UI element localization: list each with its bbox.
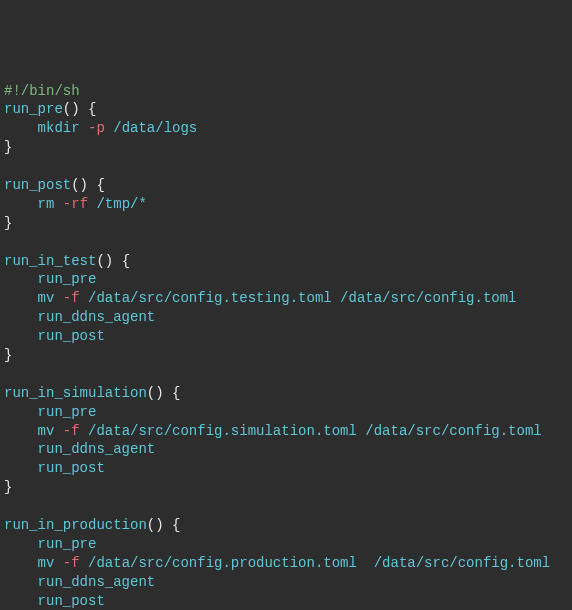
code-token: () { — [147, 517, 181, 533]
code-token — [4, 271, 38, 287]
code-token: -p — [88, 120, 105, 136]
code-token: } — [4, 479, 12, 495]
code-token: run_ddns_agent — [38, 309, 156, 325]
code-token: run_ddns_agent — [38, 574, 156, 590]
code-token: () { — [63, 101, 97, 117]
code-token: run_in_test — [4, 253, 96, 269]
code-token — [4, 555, 38, 571]
code-token: () { — [96, 253, 130, 269]
code-token — [4, 196, 38, 212]
code-token: -f — [63, 290, 80, 306]
code-token — [4, 574, 38, 590]
code-line[interactable] — [4, 497, 568, 516]
code-line[interactable]: run_post — [4, 327, 568, 346]
code-line[interactable]: run_ddns_agent — [4, 573, 568, 592]
code-line[interactable]: #!/bin/sh — [4, 82, 568, 101]
code-token: /data/src/config.simulation.toml /data/s… — [80, 423, 542, 439]
code-line[interactable]: } — [4, 346, 568, 365]
code-line[interactable]: run_ddns_agent — [4, 308, 568, 327]
code-token: } — [4, 139, 12, 155]
code-token — [4, 290, 38, 306]
code-line[interactable] — [4, 157, 568, 176]
code-token: -f — [63, 555, 80, 571]
code-line[interactable]: run_post — [4, 459, 568, 478]
code-token — [4, 404, 38, 420]
code-line[interactable]: run_post — [4, 592, 568, 610]
code-token: run_pre — [38, 404, 97, 420]
code-token: run_ddns_agent — [38, 441, 156, 457]
code-line[interactable]: run_in_production() { — [4, 516, 568, 535]
code-token: rm — [38, 196, 63, 212]
code-token: run_post — [38, 328, 105, 344]
code-line[interactable]: } — [4, 138, 568, 157]
code-token: () { — [147, 385, 181, 401]
code-line[interactable]: run_in_simulation() { — [4, 384, 568, 403]
code-token — [4, 309, 38, 325]
code-line[interactable]: run_pre() { — [4, 100, 568, 119]
code-token: run_post — [38, 460, 105, 476]
code-token: #!/bin/sh — [4, 83, 80, 99]
code-line[interactable]: mv -f /data/src/config.simulation.toml /… — [4, 422, 568, 441]
code-line[interactable]: run_ddns_agent — [4, 440, 568, 459]
code-token: /data/logs — [105, 120, 197, 136]
code-token: mv — [38, 555, 63, 571]
code-token: run_in_production — [4, 517, 147, 533]
code-token: run_in_simulation — [4, 385, 147, 401]
code-token: } — [4, 347, 12, 363]
code-line[interactable] — [4, 233, 568, 252]
code-editor[interactable]: #!/bin/shrun_pre() { mkdir -p /data/logs… — [4, 82, 568, 610]
code-token — [4, 423, 38, 439]
code-token: /data/src/config.testing.toml /data/src/… — [80, 290, 517, 306]
code-token: -rf — [63, 196, 88, 212]
code-token: -f — [63, 423, 80, 439]
code-line[interactable]: } — [4, 214, 568, 233]
code-token: mv — [38, 290, 63, 306]
code-token: /data/src/config.production.toml /data/s… — [80, 555, 550, 571]
code-token: run_pre — [38, 271, 97, 287]
code-token: mkdir — [38, 120, 88, 136]
code-line[interactable]: run_in_test() { — [4, 252, 568, 271]
code-token: run_pre — [38, 536, 97, 552]
code-token — [4, 460, 38, 476]
code-token — [4, 120, 38, 136]
code-line[interactable]: rm -rf /tmp/* — [4, 195, 568, 214]
code-token — [4, 441, 38, 457]
code-token: mv — [38, 423, 63, 439]
code-token: } — [4, 215, 12, 231]
code-line[interactable]: run_pre — [4, 270, 568, 289]
code-line[interactable]: mv -f /data/src/config.production.toml /… — [4, 554, 568, 573]
code-line[interactable]: mkdir -p /data/logs — [4, 119, 568, 138]
code-token — [4, 328, 38, 344]
code-token: () { — [71, 177, 105, 193]
code-line[interactable]: } — [4, 478, 568, 497]
code-line[interactable] — [4, 365, 568, 384]
code-token: run_pre — [4, 101, 63, 117]
code-token — [4, 593, 38, 609]
code-token: run_post — [4, 177, 71, 193]
code-token: /tmp/* — [88, 196, 147, 212]
code-token: run_post — [38, 593, 105, 609]
code-line[interactable]: run_post() { — [4, 176, 568, 195]
code-line[interactable]: run_pre — [4, 403, 568, 422]
code-line[interactable]: run_pre — [4, 535, 568, 554]
code-token — [4, 536, 38, 552]
code-line[interactable]: mv -f /data/src/config.testing.toml /dat… — [4, 289, 568, 308]
